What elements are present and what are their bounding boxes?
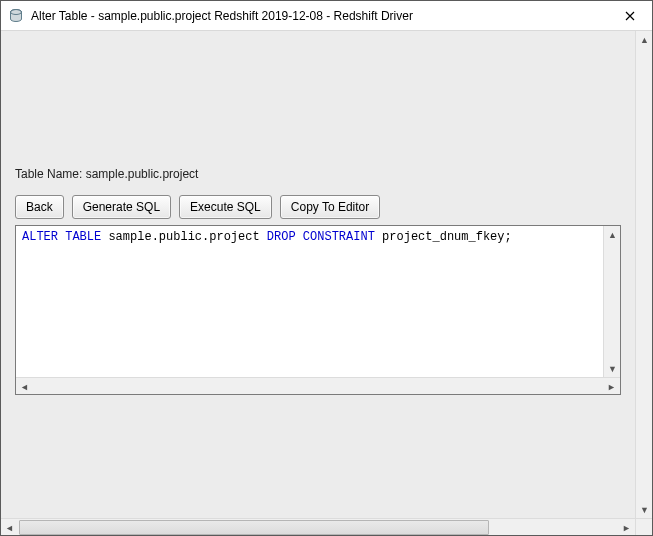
app-window: Alter Table - sample.public.project Reds… <box>0 0 653 536</box>
table-name-label: Table Name: sample.public.project <box>15 167 621 181</box>
app-icon <box>7 7 25 25</box>
scroll-up-icon[interactable]: ▲ <box>636 31 653 48</box>
window-title: Alter Table - sample.public.project Reds… <box>31 9 607 23</box>
sql-token: sample.public.project <box>101 230 267 244</box>
sql-keyword: ALTER TABLE <box>22 230 101 244</box>
sql-horizontal-scrollbar[interactable]: ◄ ► <box>16 377 620 394</box>
execute-sql-button[interactable]: Execute SQL <box>179 195 272 219</box>
scroll-left-icon[interactable]: ◄ <box>1 519 18 536</box>
sql-text[interactable]: ALTER TABLE sample.public.project DROP C… <box>16 226 603 377</box>
scroll-right-icon[interactable]: ► <box>603 378 620 395</box>
back-button[interactable]: Back <box>15 195 64 219</box>
scroll-up-icon[interactable]: ▲ <box>604 226 621 243</box>
scrollbar-thumb[interactable] <box>19 520 489 535</box>
action-button-row: Back Generate SQL Execute SQL Copy To Ed… <box>15 195 621 219</box>
copy-to-editor-button[interactable]: Copy To Editor <box>280 195 381 219</box>
scrollbar-corner <box>635 518 652 535</box>
scroll-right-icon[interactable]: ► <box>618 519 635 536</box>
client-area: Table Name: sample.public.project Back G… <box>1 31 652 535</box>
content-area: Table Name: sample.public.project Back G… <box>1 31 635 518</box>
sql-vertical-scrollbar[interactable]: ▲ ▼ <box>603 226 620 377</box>
window-close-button[interactable] <box>607 1 652 30</box>
titlebar: Alter Table - sample.public.project Reds… <box>1 1 652 31</box>
outer-horizontal-scrollbar[interactable]: ◄ ► <box>1 518 635 535</box>
scroll-down-icon[interactable]: ▼ <box>604 360 621 377</box>
outer-vertical-scrollbar[interactable]: ▲ ▼ <box>635 31 652 518</box>
sql-editor[interactable]: ALTER TABLE sample.public.project DROP C… <box>15 225 621 395</box>
generate-sql-button[interactable]: Generate SQL <box>72 195 171 219</box>
scroll-down-icon[interactable]: ▼ <box>636 501 653 518</box>
sql-keyword: DROP CONSTRAINT <box>267 230 375 244</box>
scroll-left-icon[interactable]: ◄ <box>16 378 33 395</box>
sql-token: project_dnum_fkey; <box>375 230 512 244</box>
